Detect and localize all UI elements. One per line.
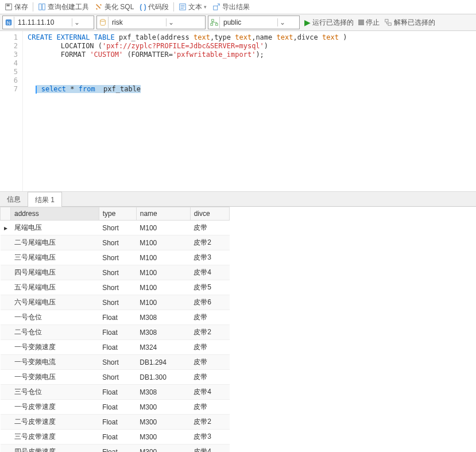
table-row[interactable]: 一号变频电流ShortDB1.294皮带 [1, 355, 230, 370]
cell-type[interactable]: Short [99, 235, 136, 250]
cell-address[interactable]: 一号皮带速度 [11, 400, 99, 415]
cell-address[interactable]: 三号尾端电压 [11, 250, 99, 265]
cell-type[interactable]: Short [99, 265, 136, 280]
cell-name[interactable]: M100 [136, 221, 190, 235]
result-grid[interactable]: address type name divce ▸尾端电压ShortM100皮带… [0, 207, 230, 452]
cell-name[interactable]: M308 [136, 385, 190, 400]
table-row[interactable]: 二号皮带速度FloatM300皮带2 [1, 415, 230, 430]
cell-type[interactable]: Short [99, 295, 136, 310]
export-result-button[interactable]: 导出结果 [210, 2, 252, 12]
cell-type[interactable]: Float [99, 325, 136, 340]
cell-address[interactable]: 二号尾端电压 [11, 235, 99, 250]
cell-address[interactable]: 一号变频电压 [11, 370, 99, 385]
database-combo[interactable]: risk ⌄ [96, 16, 206, 29]
cell-type[interactable]: Float [99, 385, 136, 400]
cell-address[interactable]: 三号仓位 [11, 385, 99, 400]
cell-divce[interactable]: 皮带5 [190, 280, 229, 295]
cell-type[interactable]: Short [99, 280, 136, 295]
cell-address[interactable]: 五号尾端电压 [11, 280, 99, 295]
table-row[interactable]: 二号尾端电压ShortM100皮带2 [1, 235, 230, 250]
cell-type[interactable]: Float [99, 340, 136, 355]
cell-address[interactable]: 一号变频电流 [11, 355, 99, 370]
cell-address[interactable]: 三号皮带速度 [11, 430, 99, 445]
col-type[interactable]: type [99, 207, 136, 221]
cell-name[interactable]: M300 [136, 445, 190, 453]
cell-name[interactable]: M324 [136, 340, 190, 355]
cell-name[interactable]: M300 [136, 400, 190, 415]
cell-divce[interactable]: 皮带2 [190, 325, 229, 340]
cell-name[interactable]: DB1.294 [136, 355, 190, 370]
cell-type[interactable]: Float [99, 445, 136, 453]
cell-divce[interactable]: 皮带6 [190, 295, 229, 310]
cell-divce[interactable]: 皮带2 [190, 235, 229, 250]
text-button[interactable]: 文本 ▾ [176, 2, 209, 12]
table-row[interactable]: 一号皮带速度FloatM300皮带 [1, 400, 230, 415]
tab-result-1[interactable]: 结果 1 [28, 192, 62, 207]
cell-address[interactable]: 一号仓位 [11, 310, 99, 325]
cell-type[interactable]: Short [99, 355, 136, 370]
cell-divce[interactable]: 皮带4 [190, 385, 229, 400]
cell-type[interactable]: Short [99, 221, 136, 235]
host-combo[interactable]: N 11.11.11.10 ⌄ [2, 16, 94, 29]
cell-divce[interactable]: 皮带 [190, 221, 229, 235]
table-row[interactable]: 三号皮带速度FloatM300皮带3 [1, 430, 230, 445]
cell-name[interactable]: M308 [136, 325, 190, 340]
cell-divce[interactable]: 皮带 [190, 340, 229, 355]
table-row[interactable]: 四号皮带速度FloatM300皮带4 [1, 445, 230, 453]
col-address[interactable]: address [11, 207, 99, 221]
code-area[interactable]: CREATE EXTERNAL TABLE pxf_table(address … [23, 31, 476, 191]
table-row[interactable]: 一号变频速度FloatM324皮带 [1, 340, 230, 355]
table-row[interactable]: 三号尾端电压ShortM100皮带3 [1, 250, 230, 265]
cell-divce[interactable]: 皮带4 [190, 445, 229, 453]
sql-editor[interactable]: 1 2 3 4 5 6 7 CREATE EXTERNAL TABLE pxf_… [0, 31, 476, 192]
cell-name[interactable]: M100 [136, 250, 190, 265]
table-row[interactable]: 五号尾端电压ShortM100皮带5 [1, 280, 230, 295]
cell-type[interactable]: Float [99, 310, 136, 325]
cell-divce[interactable]: 皮带4 [190, 265, 229, 280]
table-row[interactable]: 二号仓位FloatM308皮带2 [1, 325, 230, 340]
cell-name[interactable]: M100 [136, 265, 190, 280]
cell-address[interactable]: 二号仓位 [11, 325, 99, 340]
cell-address[interactable]: 四号皮带速度 [11, 445, 99, 453]
cell-divce[interactable]: 皮带 [190, 310, 229, 325]
beautify-sql-button[interactable]: 美化 SQL [92, 2, 136, 12]
cell-type[interactable]: Short [99, 250, 136, 265]
explain-button[interactable]: 解释已选择的 [384, 18, 435, 28]
cell-name[interactable]: M308 [136, 310, 190, 325]
cell-address[interactable]: 六号尾端电压 [11, 295, 99, 310]
cell-type[interactable]: Short [99, 370, 136, 385]
cell-divce[interactable]: 皮带 [190, 400, 229, 415]
table-row[interactable]: 六号尾端电压ShortM100皮带6 [1, 295, 230, 310]
cell-type[interactable]: Float [99, 415, 136, 430]
cell-name[interactable]: DB1.300 [136, 370, 190, 385]
table-row[interactable]: 三号仓位FloatM308皮带4 [1, 385, 230, 400]
cell-address[interactable]: 一号变频速度 [11, 340, 99, 355]
cell-divce[interactable]: 皮带 [190, 370, 229, 385]
schema-combo[interactable]: public ⌄ [208, 16, 300, 29]
run-button[interactable]: ▶ 运行已选择的 [304, 18, 354, 28]
query-builder-button[interactable]: 查询创建工具 [36, 2, 91, 12]
code-snippet-button[interactable]: ( ) 代码段 [137, 2, 171, 12]
table-row[interactable]: 一号仓位FloatM308皮带 [1, 310, 230, 325]
cell-address[interactable]: 四号尾端电压 [11, 265, 99, 280]
cell-name[interactable]: M300 [136, 415, 190, 430]
cell-divce[interactable]: 皮带 [190, 355, 229, 370]
cell-type[interactable]: Float [99, 400, 136, 415]
cell-name[interactable]: M100 [136, 295, 190, 310]
stop-button[interactable]: 停止 [358, 18, 380, 28]
cell-address[interactable]: 尾端电压 [11, 221, 99, 235]
table-row[interactable]: 四号尾端电压ShortM100皮带4 [1, 265, 230, 280]
cell-divce[interactable]: 皮带3 [190, 430, 229, 445]
cell-divce[interactable]: 皮带2 [190, 415, 229, 430]
cell-address[interactable]: 二号皮带速度 [11, 415, 99, 430]
col-name[interactable]: name [136, 207, 190, 221]
cell-name[interactable]: M100 [136, 235, 190, 250]
table-row[interactable]: 一号变频电压ShortDB1.300皮带 [1, 370, 230, 385]
cell-name[interactable]: M300 [136, 430, 190, 445]
cell-type[interactable]: Float [99, 430, 136, 445]
cell-divce[interactable]: 皮带3 [190, 250, 229, 265]
col-divce[interactable]: divce [190, 207, 229, 221]
tab-info[interactable]: 信息 [0, 192, 28, 206]
cell-name[interactable]: M100 [136, 280, 190, 295]
table-row[interactable]: ▸尾端电压ShortM100皮带 [1, 221, 230, 235]
